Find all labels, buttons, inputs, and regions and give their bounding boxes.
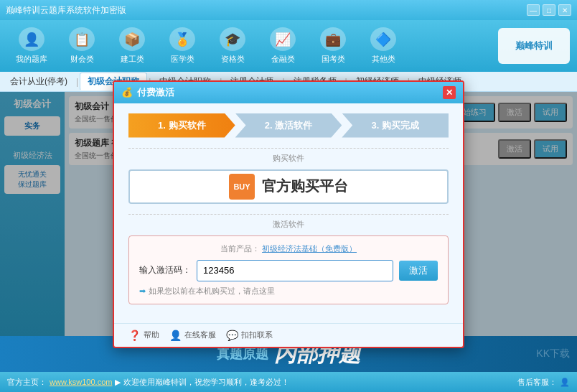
service-icon: 👤 <box>560 378 570 387</box>
step-1: 1. 购买软件 <box>128 113 235 138</box>
hint-text: 如果您以前在本机购买过，请点这里 <box>149 286 275 297</box>
minimize-button[interactable]: — <box>527 4 540 16</box>
my-lib-icon: 👤 <box>19 27 44 51</box>
modal-close-button[interactable]: ✕ <box>443 86 456 99</box>
banner-text-small: 真题原题 <box>217 345 268 363</box>
activate-label: 输入激活码： <box>139 264 191 276</box>
logo-box: 巅峰特训 <box>498 28 570 64</box>
title-bar: 巅峰特训云题库系统软件加密版 — □ ✕ <box>0 0 577 20</box>
site-url[interactable]: www.ksw100.com <box>50 378 112 386</box>
other-icon: 🔷 <box>370 27 396 51</box>
arrow-icon: ➡ <box>139 286 146 296</box>
activate-button[interactable]: 激活 <box>399 261 438 281</box>
finance2-icon: 📈 <box>270 27 296 51</box>
hint-row: ➡ 如果您以前在本机购买过，请点这里 <box>139 286 438 297</box>
toolbar-item-national[interactable]: 💼 国考类 <box>309 24 357 67</box>
my-lib-label: 我的题库 <box>16 54 47 65</box>
activate-modal: 💰 付费激活 ✕ 1. 购买软件 2. 激活软件 3. 购买完成 <box>113 80 464 348</box>
activation-code-input[interactable] <box>197 260 393 281</box>
modal-overlay: 💰 付费激活 ✕ 1. 购买软件 2. 激活软件 3. 购买完成 <box>0 92 577 336</box>
current-product-label: 当前产品： 初级经济法基础（免费版） <box>139 243 438 254</box>
toolbar-item-qualification[interactable]: 🎓 资格类 <box>208 24 257 67</box>
buy-platform-text: 官方购买平台 <box>262 177 348 196</box>
finance-label: 财会类 <box>70 54 94 65</box>
step-3: 3. 购买完成 <box>342 113 449 138</box>
buy-icon: BUY <box>229 174 255 200</box>
construction-label: 建工类 <box>121 54 144 65</box>
modal-body: 1. 购买软件 2. 激活软件 3. 购买完成 购买软件 BUY 官方购买平台 <box>114 103 463 323</box>
medical-icon: 🏅 <box>169 27 195 51</box>
other-label: 其他类 <box>372 54 395 65</box>
toolbar-item-finance[interactable]: 📋 财会类 <box>57 24 106 67</box>
logo-text: 巅峰特训 <box>515 39 553 52</box>
subnav-accounting-basic[interactable]: 会计从业(停考) <box>3 73 75 90</box>
toolbar-item-medical[interactable]: 🏅 医学类 <box>158 24 207 67</box>
qq-icon: 💬 <box>226 330 238 341</box>
qualification-label: 资格类 <box>221 54 245 65</box>
maximize-button[interactable]: □ <box>543 4 555 16</box>
help-label: 帮助 <box>144 330 159 340</box>
national-icon: 💼 <box>320 27 346 51</box>
status-bar: 官方主页： www.ksw100.com ▶ 欢迎使用巅峰特训，祝您学习顺利，逢… <box>0 372 577 392</box>
qq-service-label: 扣扣联系 <box>241 330 273 340</box>
arrow-icon: ▶ <box>115 378 121 387</box>
help-link[interactable]: ❓ 帮助 <box>128 330 159 341</box>
watermark-text: KK下载 <box>536 347 570 360</box>
qualification-icon: 🎓 <box>220 27 245 51</box>
modal-header: 💰 付费激活 ✕ <box>114 82 463 103</box>
toolbar-item-my-lib[interactable]: 👤 我的题库 <box>7 24 56 67</box>
medical-label: 医学类 <box>171 54 194 65</box>
qq-service-link[interactable]: 💬 扣扣联系 <box>226 330 273 341</box>
buy-platform-button[interactable]: BUY 官方购买平台 <box>128 169 449 204</box>
activate-row: 输入激活码： 激活 <box>139 260 438 281</box>
service-label: 售后客服： <box>517 377 557 388</box>
welcome-text: 欢迎使用巅峰特训，祝您学习顺利，逢考必过！ <box>123 377 289 388</box>
app-title: 巅峰特训云题库系统软件加密版 <box>6 4 126 17</box>
modal-header-icon: 💰 <box>121 87 133 98</box>
construction-icon: 📦 <box>119 27 145 51</box>
online-service-link[interactable]: 👤 在线客服 <box>169 330 216 341</box>
toolbar-item-other[interactable]: 🔷 其他类 <box>359 24 408 67</box>
modal-footer: ❓ 帮助 👤 在线客服 💬 扣扣联系 <box>114 323 463 347</box>
site-label: 官方主页： <box>7 377 47 388</box>
content-area: 初级会计 实务 初级经济法 无忧通关保过题库 初级会计 全国统一售价：58.00… <box>0 92 577 336</box>
window-controls: — □ ✕ <box>527 4 571 16</box>
toolbar-items: 👤 我的题库 📋 财会类 📦 建工类 🏅 医学类 🎓 资格类 📈 金融类 💼 国… <box>7 24 408 67</box>
online-service-label: 在线客服 <box>184 330 216 340</box>
activate-section: 当前产品： 初级经济法基础（免费版） 输入激活码： 激活 ➡ 如果您以前在本机购… <box>128 235 449 304</box>
product-name: 初级经济法基础（免费版） <box>262 244 357 253</box>
toolbar-item-construction[interactable]: 📦 建工类 <box>108 24 156 67</box>
national-label: 国考类 <box>322 54 345 65</box>
main-toolbar: 👤 我的题库 📋 财会类 📦 建工类 🏅 医学类 🎓 资格类 📈 金融类 💼 国… <box>0 20 577 72</box>
modal-title: 付费激活 <box>137 86 174 99</box>
activate-section-label: 激活软件 <box>128 214 449 230</box>
logo-area: 巅峰特训 <box>498 28 570 64</box>
finance-icon: 📋 <box>69 27 95 51</box>
step-2: 2. 激活软件 <box>235 113 342 138</box>
help-icon: ❓ <box>128 330 141 341</box>
steps-container: 1. 购买软件 2. 激活软件 3. 购买完成 <box>128 113 449 138</box>
close-window-button[interactable]: ✕ <box>558 4 571 16</box>
finance2-label: 金融类 <box>271 54 295 65</box>
toolbar-item-finance2[interactable]: 📈 金融类 <box>258 24 307 67</box>
online-service-icon: 👤 <box>169 330 182 341</box>
buy-section-label: 购买软件 <box>128 148 449 164</box>
